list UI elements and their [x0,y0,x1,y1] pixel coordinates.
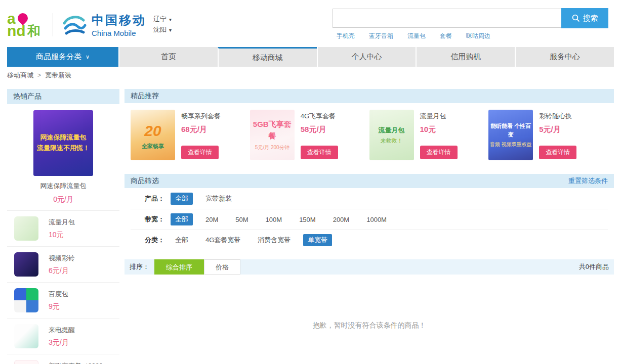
featured-product-image[interactable]: 网速保障流量包 流量限速不用慌！ [33,110,93,176]
filter-option[interactable]: 150M [295,214,320,225]
product-thumbnail [14,216,38,241]
sidebar-product-item[interactable]: 5GB 新飞享套餐（2020版） [7,354,119,364]
city-label: 沈阳 [153,25,167,34]
filter-title: 商品筛选 [131,176,159,186]
product-name: 来电提醒 [49,324,75,335]
sidebar-product-item[interactable]: 流量月包 10元 [7,211,119,247]
filter-row-category: 分类： 全部 4G套餐宽带 消费含宽带 单宽带 [131,230,608,250]
filter-option[interactable]: 全部 [171,213,193,225]
product-name: 彩铃随心换 [539,112,576,121]
nav-tab-label: 首页 [161,52,176,62]
product-price: 10元 [49,231,75,240]
recommend-card: 能听能看 个性百变 音频 视频双重权益 彩铃随心换 5元/月 查看详情 [488,110,608,160]
filter-header: 商品筛选 重置筛选条件 [125,174,614,188]
product-image[interactable]: 5GB飞享套餐 5元/月 200分钟 [250,110,295,160]
product-image[interactable]: 流量月包 来救救！ [369,110,414,160]
sort-options: 综合排序 价格 [154,259,240,275]
search-input[interactable] [333,9,561,28]
product-thumbnail: 5GB [14,360,38,364]
filter-section: 商品筛选 重置筛选条件 产品： 全部 宽带新装 带宽： 全部 [125,174,614,250]
filter-option[interactable]: 50M [231,214,253,225]
filter-option[interactable]: 200M [328,214,354,225]
product-image-text: 全家畅享 [142,142,164,151]
product-image-text: 流量月包 [379,125,405,135]
category-menu-button[interactable]: 商品服务分类 ∨ [7,47,118,67]
view-detail-button[interactable]: 查看详情 [420,146,458,159]
nav-tab-label: 个人中心 [351,52,382,62]
nav-tab[interactable]: 服务中心 [515,47,614,67]
sidebar-header: 热销产品 [7,89,119,104]
quick-link[interactable]: 手机壳 [337,32,355,40]
product-image-text: 音频 视频双重权益 [490,141,532,148]
quick-link[interactable]: 咪咕周边 [466,32,490,40]
recommend-title: 精品推荐 [131,92,159,101]
recommend-section: 精品推荐 20 全家畅享 畅享系列套餐 68元/月 查看详情 [125,89,614,167]
nav-tab[interactable]: 首页 [118,47,218,67]
view-detail-button[interactable]: 查看详情 [181,146,219,159]
recommend-header: 精品推荐 [125,89,614,103]
quick-link[interactable]: 流量包 [407,32,426,40]
filter-option[interactable]: 消费含宽带 [253,234,295,246]
province-selector[interactable]: 辽宁 ▾ [153,15,172,24]
view-detail-button[interactable]: 查看详情 [539,146,576,159]
filter-option[interactable]: 20M [201,214,223,225]
product-name: 新飞享套餐（2020版） [49,360,115,364]
chevron-down-icon: ▾ [169,17,172,22]
province-label: 辽宁 [153,15,167,24]
featured-product[interactable]: 网速保障流量包 流量限速不用慌！ 网速保障流量包 0元/月 [7,104,119,211]
sidebar-product-item[interactable]: 百度包 9元 [7,283,119,318]
product-image[interactable]: 20 全家畅享 [131,110,175,160]
breadcrumb: 移动商城 > 宽带新装 [7,67,614,84]
nav-tab[interactable]: 信用购机 [416,47,515,67]
product-price: 5元/月 [539,125,576,134]
recommend-card: 20 全家畅享 畅享系列套餐 68元/月 查看详情 [131,110,250,160]
nav-tab[interactable]: 移动商城 [218,47,317,67]
product-image-text: 20 [144,119,161,142]
sort-label: 排序： [130,262,149,271]
filter-option[interactable]: 1000M [362,214,391,225]
sidebar-title: 热销产品 [13,92,42,101]
sidebar-product-item[interactable]: 视频彩铃 6元/月 [7,247,119,283]
reset-filter-link[interactable]: 重置筛选条件 [568,176,608,186]
product-image-text: 5GB飞享套餐 [250,119,295,142]
quick-link[interactable]: 蓝牙音箱 [369,32,393,40]
product-price: 10元 [420,125,458,134]
product-thumbnail [14,288,38,312]
breadcrumb-home[interactable]: 移动商城 [7,71,33,80]
search-button[interactable]: 搜索 [561,8,608,28]
filter-option[interactable]: 宽带新装 [201,193,236,205]
nav-tab[interactable]: 个人中心 [317,47,416,67]
china-mobile-logo: 中国移动 China Mobile [61,12,146,37]
chevron-down-icon: ∨ [86,54,90,60]
product-thumbnail [14,324,38,348]
filter-option[interactable]: 100M [261,214,287,225]
and-logo-nd: nd [7,23,26,38]
filter-label: 产品： [145,194,164,203]
search-button-label: 搜索 [583,14,598,23]
city-selector[interactable]: 沈阳 ▾ [153,25,172,34]
nav-tab-label: 移动商城 [253,53,283,63]
header-divider [53,13,53,36]
recommend-card: 5GB飞享套餐 5元/月 200分钟 4G飞享套餐 58元/月 查看详情 [250,110,369,160]
product-image[interactable]: 能听能看 个性百变 音频 视频双重权益 [488,110,533,160]
product-name: 视频彩铃 [49,252,75,263]
filter-label: 带宽： [145,215,164,224]
site-header: a nd 和 中国移动 China Mobile 辽宁 ▾ 沈阳 ▾ [0,0,621,47]
result-count: 共0件商品 [579,262,609,271]
quick-link[interactable]: 套餐 [440,32,452,40]
product-image-text: 5元/月 200分钟 [255,144,289,151]
filter-option[interactable]: 单宽带 [303,234,332,246]
filter-row-bandwidth: 带宽： 全部 20M 50M 100M 150M 200M [131,209,608,230]
sort-option-button[interactable]: 价格 [204,259,240,275]
breadcrumb-separator: > [37,72,41,79]
product-thumbnail [14,252,38,277]
featured-product-price: 0元/月 [7,195,119,204]
filter-option[interactable]: 4G套餐宽带 [201,234,245,246]
sort-option-button[interactable]: 综合排序 [154,259,204,275]
view-detail-button[interactable]: 查看详情 [301,146,338,159]
quick-links: 手机壳蓝牙音箱流量包套餐咪咕周边 [333,32,608,40]
sidebar-product-item[interactable]: 来电提醒 3元/月 [7,318,119,354]
filter-option[interactable]: 全部 [171,193,193,205]
china-mobile-logo-icon [61,13,88,36]
filter-option[interactable]: 全部 [171,234,193,246]
